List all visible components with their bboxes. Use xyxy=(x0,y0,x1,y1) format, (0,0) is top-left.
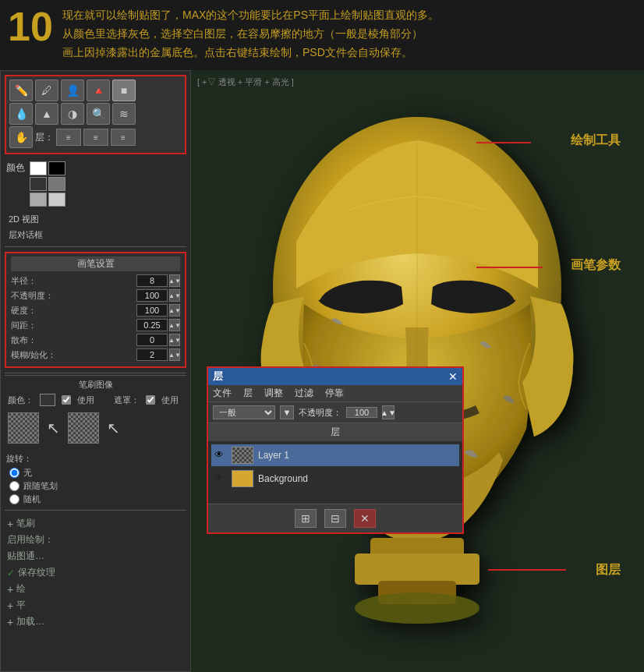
sidebar-item-texmap[interactable]: 贴图通… xyxy=(4,548,187,564)
tool-triangle[interactable]: ▲ xyxy=(35,103,58,125)
bi-mask-check-label: 使用 xyxy=(161,394,179,406)
lp-opacity-input[interactable] xyxy=(346,407,377,418)
view-2d[interactable]: 2D 视图 xyxy=(6,213,185,226)
lp-menu-layer[interactable]: 层 xyxy=(243,387,253,400)
rot-none-label: 无 xyxy=(23,467,32,479)
brush-spacing-spinner[interactable]: ▲▼ xyxy=(169,319,180,331)
layer-item-background[interactable]: 👁 Background xyxy=(211,468,459,490)
swatch-lighter[interactable] xyxy=(48,193,65,207)
bi-mask-label: 遮罩： xyxy=(114,394,140,406)
layer-btn-3[interactable]: ≡ xyxy=(111,129,136,146)
callout-tools: 绘制工具 xyxy=(571,133,621,149)
rot-none-option[interactable]: 无 xyxy=(9,467,185,479)
layer-btn-1[interactable]: ≡ xyxy=(56,129,81,146)
lp-footer-stack[interactable]: ⊞ xyxy=(295,509,317,528)
lp-menu-file[interactable]: 文件 xyxy=(213,387,232,400)
rot-random-radio[interactable] xyxy=(9,494,19,504)
rot-none-radio[interactable] xyxy=(9,468,19,478)
brush-radius-spinner[interactable]: ▲▼ xyxy=(169,274,180,287)
tool-fill[interactable]: ■ xyxy=(112,80,136,101)
lp-layers-title: 层 xyxy=(208,423,462,441)
bi-preview-checkerboard2 xyxy=(68,412,99,444)
brush-taper-input[interactable] xyxy=(136,348,168,361)
lp-mode-select[interactable]: 一般 xyxy=(213,405,275,419)
sidebar-flat-label: 平 xyxy=(16,599,26,612)
lp-dropdown-btn[interactable]: ▼ xyxy=(280,405,294,419)
divider-1 xyxy=(5,246,186,247)
lp-footer-delete[interactable]: ✕ xyxy=(354,509,376,528)
layer1-name: Layer 1 xyxy=(258,450,456,461)
brush-opacity-row: 不透明度： ▲▼ xyxy=(11,289,180,302)
tool-stamp[interactable]: 👤 xyxy=(61,80,84,101)
lp-menu-adjust[interactable]: 调整 xyxy=(264,387,283,400)
swatch-gray[interactable] xyxy=(48,177,65,191)
divider-2 xyxy=(5,373,186,373)
brush-opacity-label: 不透明度： xyxy=(11,290,54,302)
sidebar-texmap-label: 贴图通… xyxy=(7,550,44,563)
layer-panel-titlebar: 层 ✕ xyxy=(208,368,462,385)
layer-dialog[interactable]: 层对话框 xyxy=(6,228,185,242)
swatch-white[interactable] xyxy=(30,161,47,175)
tool-paint[interactable]: ✏️ xyxy=(9,80,33,101)
sidebar-item-flat[interactable]: + 平 xyxy=(4,597,187,614)
brush-scatter-label: 散布： xyxy=(11,334,54,346)
bi-color-checkbox[interactable] xyxy=(62,395,71,405)
lp-menu-filter[interactable]: 过滤 xyxy=(295,387,313,400)
lp-footer-stack-add[interactable]: ⊟ xyxy=(324,509,346,528)
sidebar-item-save[interactable]: ✓ 保存纹理 xyxy=(4,564,187,581)
bi-color-swatch[interactable] xyxy=(40,394,55,406)
rot-follow-option[interactable]: 跟随笔划 xyxy=(9,480,185,492)
layer-panel-close[interactable]: ✕ xyxy=(448,370,458,383)
tool-pen[interactable]: 🖊 xyxy=(35,80,58,101)
tool-drop[interactable]: 💧 xyxy=(9,103,33,125)
layer1-eye[interactable]: 👁 xyxy=(214,449,227,462)
brush-scatter-spinner[interactable]: ▲▼ xyxy=(169,334,180,346)
layer-label: 层： xyxy=(35,131,54,144)
tool-wave[interactable]: ≋ xyxy=(112,103,136,125)
sidebar-item-load[interactable]: + 加载… xyxy=(4,614,187,630)
brush-radius-input[interactable] xyxy=(136,274,168,287)
brush-scatter-input[interactable] xyxy=(136,334,168,346)
layer1-thumb xyxy=(232,447,253,464)
sidebar-load-label: 加载… xyxy=(16,615,44,628)
sidebar-draw-label: 绘 xyxy=(16,582,26,596)
swatch-light-gray[interactable] xyxy=(30,193,47,207)
viewport: [ +▽ 透视 + 平滑 + 高光 ] xyxy=(191,70,644,672)
layer-btn-2[interactable]: ≡ xyxy=(83,129,108,146)
brush-opacity-spinner[interactable]: ▲▼ xyxy=(169,289,180,302)
swatch-black[interactable] xyxy=(48,161,65,175)
brush-hardness-row: 硬度： ▲▼ xyxy=(11,304,180,317)
sidebar-save-label: 保存纹理 xyxy=(18,566,55,579)
layer-panel-title: 层 xyxy=(213,370,223,384)
brush-radius-row: 半径： ▲▼ xyxy=(11,274,180,287)
brush-opacity-input[interactable] xyxy=(136,289,168,302)
brush-taper-spinner[interactable]: ▲▼ xyxy=(169,348,180,361)
lp-opacity-spinner[interactable]: ▲▼ xyxy=(382,405,395,419)
sidebar-brush-label: 笔刷 xyxy=(16,517,35,530)
lp-menu-dock[interactable]: 停靠 xyxy=(325,387,344,400)
left-panel: ✏️ 🖊 👤 🔺 ■ 💧 ▲ ◑ 🔍 ≋ ✋ 层： ≡ ≡ ≡ xyxy=(0,70,191,672)
sidebar-item-brush[interactable]: + 笔刷 xyxy=(4,515,187,532)
bi-mask-checkbox[interactable] xyxy=(146,395,155,405)
tool-hand[interactable]: ✋ xyxy=(9,126,33,148)
background-eye[interactable]: 👁 xyxy=(214,472,227,485)
callout-layers: 图层 xyxy=(596,562,621,578)
rot-follow-radio[interactable] xyxy=(9,481,19,491)
brush-image-title: 笔刷图像 xyxy=(8,379,183,391)
tool-zoom[interactable]: 🔍 xyxy=(87,103,110,125)
rot-random-option[interactable]: 随机 xyxy=(9,493,185,505)
brush-hardness-input[interactable] xyxy=(136,304,168,317)
callout-brush: 画笔参数 xyxy=(571,257,621,274)
sidebar-item-draw[interactable]: + 绘 xyxy=(4,581,187,597)
swatch-dark-gray[interactable] xyxy=(30,177,47,191)
viewport-label: [ +▽ 透视 + 平滑 + 高光 ] xyxy=(197,76,294,88)
bi-color-check-label: 使用 xyxy=(77,394,94,406)
tool-smear[interactable]: 🔺 xyxy=(87,80,110,101)
brush-hardness-spinner[interactable]: ▲▼ xyxy=(169,304,180,317)
layer-item-1[interactable]: 👁 Layer 1 xyxy=(211,444,459,466)
sidebar-item-enable[interactable]: 启用绘制： xyxy=(4,532,187,548)
sidebar-enable-label: 启用绘制： xyxy=(7,533,54,546)
brush-spacing-input[interactable] xyxy=(136,319,168,331)
tool-circle[interactable]: ◑ xyxy=(61,103,84,125)
brush-hardness-label: 硬度： xyxy=(11,305,54,317)
